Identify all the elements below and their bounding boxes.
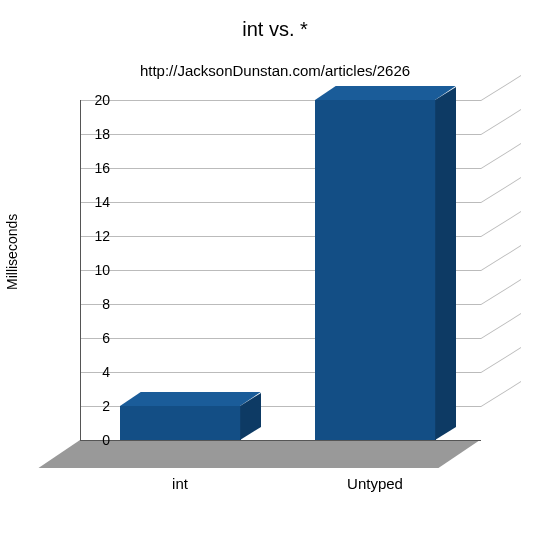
bar-untyped — [315, 100, 435, 440]
ytick: 12 — [70, 228, 110, 244]
ytick: 20 — [70, 92, 110, 108]
chart-title: int vs. * — [0, 18, 550, 41]
y-axis-label: Milliseconds — [4, 214, 20, 290]
ytick: 10 — [70, 262, 110, 278]
bar-chart-3d: int vs. * http://JacksonDunstan.com/arti… — [0, 0, 550, 550]
bar-int — [120, 100, 240, 440]
x-category: int — [172, 475, 188, 492]
ytick: 2 — [70, 398, 110, 414]
ytick: 18 — [70, 126, 110, 142]
ytick: 4 — [70, 364, 110, 380]
chart-subtitle: http://JacksonDunstan.com/articles/2626 — [0, 62, 550, 79]
ytick: 8 — [70, 296, 110, 312]
ytick: 6 — [70, 330, 110, 346]
ytick: 16 — [70, 160, 110, 176]
ytick: 0 — [70, 432, 110, 448]
ytick: 14 — [70, 194, 110, 210]
plot-area: 20 18 16 14 12 10 8 6 4 2 0 int Untyped — [80, 100, 520, 480]
x-category: Untyped — [347, 475, 403, 492]
